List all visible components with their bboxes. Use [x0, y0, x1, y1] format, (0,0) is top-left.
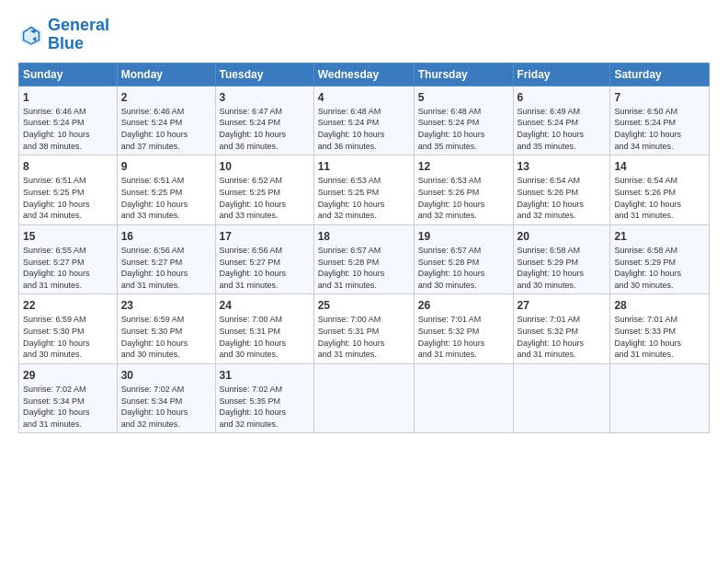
day-number: 31: [220, 368, 310, 383]
day-info: Sunrise: 7:02 AM Sunset: 5:34 PM Dayligh…: [23, 384, 113, 430]
day-number: 2: [121, 90, 211, 105]
day-number: 6: [518, 90, 607, 105]
day-number: 27: [518, 298, 607, 313]
calendar-cell: 6Sunrise: 6:49 AM Sunset: 5:24 PM Daylig…: [513, 86, 610, 155]
calendar-week-4: 22Sunrise: 6:59 AM Sunset: 5:30 PM Dayli…: [19, 294, 710, 364]
day-number: 7: [614, 90, 705, 105]
calendar-week-5: 29Sunrise: 7:02 AM Sunset: 5:34 PM Dayli…: [19, 363, 710, 433]
day-info: Sunrise: 7:00 AM Sunset: 5:31 PM Dayligh…: [220, 314, 310, 360]
day-number: 5: [418, 90, 509, 105]
calendar-cell: 24Sunrise: 7:00 AM Sunset: 5:31 PM Dayli…: [215, 294, 313, 364]
day-number: 23: [121, 298, 211, 313]
calendar-cell: 8Sunrise: 6:51 AM Sunset: 5:25 PM Daylig…: [19, 155, 118, 225]
calendar-header-tuesday: Tuesday: [215, 63, 313, 86]
day-info: Sunrise: 6:51 AM Sunset: 5:25 PM Dayligh…: [23, 175, 113, 221]
calendar-cell: 4Sunrise: 6:48 AM Sunset: 5:24 PM Daylig…: [313, 86, 414, 155]
day-number: 18: [318, 229, 410, 244]
calendar-cell: 26Sunrise: 7:01 AM Sunset: 5:32 PM Dayli…: [414, 294, 513, 364]
day-info: Sunrise: 6:55 AM Sunset: 5:27 PM Dayligh…: [23, 245, 113, 291]
calendar-cell: 19Sunrise: 6:57 AM Sunset: 5:28 PM Dayli…: [414, 224, 513, 294]
calendar-cell: 11Sunrise: 6:53 AM Sunset: 5:25 PM Dayli…: [313, 155, 414, 225]
calendar-cell: 7Sunrise: 6:50 AM Sunset: 5:24 PM Daylig…: [610, 86, 710, 155]
header: General Blue: [18, 17, 710, 53]
calendar-week-3: 15Sunrise: 6:55 AM Sunset: 5:27 PM Dayli…: [19, 224, 710, 294]
calendar-cell: [513, 363, 610, 433]
calendar-cell: 30Sunrise: 7:02 AM Sunset: 5:34 PM Dayli…: [117, 363, 215, 433]
day-number: 12: [418, 159, 509, 174]
day-info: Sunrise: 7:02 AM Sunset: 5:35 PM Dayligh…: [220, 384, 310, 430]
calendar-week-1: 1Sunrise: 6:46 AM Sunset: 5:24 PM Daylig…: [19, 86, 710, 155]
calendar-header-row: SundayMondayTuesdayWednesdayThursdayFrid…: [19, 63, 710, 86]
calendar-cell: [313, 363, 414, 433]
day-info: Sunrise: 6:53 AM Sunset: 5:25 PM Dayligh…: [318, 175, 410, 221]
logo: General Blue: [18, 17, 109, 53]
day-number: 17: [220, 229, 310, 244]
logo-icon: [18, 22, 44, 48]
day-info: Sunrise: 7:01 AM Sunset: 5:32 PM Dayligh…: [418, 314, 509, 360]
day-info: Sunrise: 6:49 AM Sunset: 5:24 PM Dayligh…: [518, 106, 607, 152]
day-info: Sunrise: 6:56 AM Sunset: 5:27 PM Dayligh…: [121, 245, 211, 291]
day-info: Sunrise: 7:01 AM Sunset: 5:32 PM Dayligh…: [518, 314, 607, 360]
day-info: Sunrise: 6:47 AM Sunset: 5:24 PM Dayligh…: [220, 106, 310, 152]
day-number: 28: [614, 298, 705, 313]
day-info: Sunrise: 6:54 AM Sunset: 5:26 PM Dayligh…: [518, 175, 607, 221]
calendar-header-saturday: Saturday: [610, 63, 710, 86]
calendar-cell: 20Sunrise: 6:58 AM Sunset: 5:29 PM Dayli…: [513, 224, 610, 294]
day-info: Sunrise: 6:59 AM Sunset: 5:30 PM Dayligh…: [121, 314, 211, 360]
day-number: 19: [418, 229, 509, 244]
calendar-week-2: 8Sunrise: 6:51 AM Sunset: 5:25 PM Daylig…: [19, 155, 710, 225]
calendar-cell: 21Sunrise: 6:58 AM Sunset: 5:29 PM Dayli…: [610, 224, 710, 294]
day-number: 20: [518, 229, 607, 244]
day-number: 21: [614, 229, 705, 244]
calendar-cell: 2Sunrise: 6:46 AM Sunset: 5:24 PM Daylig…: [117, 86, 215, 155]
calendar-cell: 29Sunrise: 7:02 AM Sunset: 5:34 PM Dayli…: [19, 363, 118, 433]
day-number: 16: [121, 229, 211, 244]
day-info: Sunrise: 6:46 AM Sunset: 5:24 PM Dayligh…: [121, 106, 211, 152]
calendar-cell: 15Sunrise: 6:55 AM Sunset: 5:27 PM Dayli…: [19, 224, 118, 294]
calendar-cell: 1Sunrise: 6:46 AM Sunset: 5:24 PM Daylig…: [19, 86, 118, 155]
day-info: Sunrise: 6:57 AM Sunset: 5:28 PM Dayligh…: [418, 245, 509, 291]
calendar-cell: 14Sunrise: 6:54 AM Sunset: 5:26 PM Dayli…: [610, 155, 710, 225]
calendar-cell: 18Sunrise: 6:57 AM Sunset: 5:28 PM Dayli…: [313, 224, 414, 294]
day-info: Sunrise: 6:59 AM Sunset: 5:30 PM Dayligh…: [23, 314, 113, 360]
day-info: Sunrise: 7:02 AM Sunset: 5:34 PM Dayligh…: [121, 384, 211, 430]
calendar-cell: 13Sunrise: 6:54 AM Sunset: 5:26 PM Dayli…: [513, 155, 610, 225]
day-info: Sunrise: 6:48 AM Sunset: 5:24 PM Dayligh…: [418, 106, 509, 152]
day-info: Sunrise: 6:46 AM Sunset: 5:24 PM Dayligh…: [23, 106, 113, 152]
calendar-cell: 23Sunrise: 6:59 AM Sunset: 5:30 PM Dayli…: [117, 294, 215, 364]
calendar-header-friday: Friday: [513, 63, 610, 86]
calendar-cell: 3Sunrise: 6:47 AM Sunset: 5:24 PM Daylig…: [215, 86, 313, 155]
day-info: Sunrise: 7:01 AM Sunset: 5:33 PM Dayligh…: [614, 314, 705, 360]
day-info: Sunrise: 6:58 AM Sunset: 5:29 PM Dayligh…: [614, 245, 705, 291]
calendar-header-wednesday: Wednesday: [313, 63, 414, 86]
calendar-cell: 12Sunrise: 6:53 AM Sunset: 5:26 PM Dayli…: [414, 155, 513, 225]
day-info: Sunrise: 6:58 AM Sunset: 5:29 PM Dayligh…: [518, 245, 607, 291]
calendar-header-sunday: Sunday: [19, 63, 118, 86]
day-number: 8: [23, 159, 113, 174]
day-number: 22: [23, 298, 113, 313]
day-number: 25: [318, 298, 410, 313]
day-number: 9: [121, 159, 211, 174]
calendar-cell: 31Sunrise: 7:02 AM Sunset: 5:35 PM Dayli…: [215, 363, 313, 433]
calendar-cell: [414, 363, 513, 433]
calendar-cell: 27Sunrise: 7:01 AM Sunset: 5:32 PM Dayli…: [513, 294, 610, 364]
day-info: Sunrise: 6:48 AM Sunset: 5:24 PM Dayligh…: [318, 106, 410, 152]
calendar-cell: 28Sunrise: 7:01 AM Sunset: 5:33 PM Dayli…: [610, 294, 710, 364]
logo-text: General Blue: [48, 17, 109, 53]
day-number: 30: [121, 368, 211, 383]
calendar-cell: 16Sunrise: 6:56 AM Sunset: 5:27 PM Dayli…: [117, 224, 215, 294]
calendar-cell: 9Sunrise: 6:51 AM Sunset: 5:25 PM Daylig…: [117, 155, 215, 225]
day-number: 13: [518, 159, 607, 174]
calendar-cell: 22Sunrise: 6:59 AM Sunset: 5:30 PM Dayli…: [19, 294, 118, 364]
day-number: 4: [318, 90, 410, 105]
page: General Blue SundayMondayTuesdayWednesda…: [0, 0, 728, 442]
day-info: Sunrise: 6:54 AM Sunset: 5:26 PM Dayligh…: [614, 175, 705, 221]
day-number: 26: [418, 298, 509, 313]
day-info: Sunrise: 7:00 AM Sunset: 5:31 PM Dayligh…: [318, 314, 410, 360]
day-info: Sunrise: 6:53 AM Sunset: 5:26 PM Dayligh…: [418, 175, 509, 221]
day-number: 29: [23, 368, 113, 383]
calendar-cell: [610, 363, 710, 433]
calendar-header-monday: Monday: [117, 63, 215, 86]
day-number: 14: [614, 159, 705, 174]
calendar: SundayMondayTuesdayWednesdayThursdayFrid…: [18, 63, 710, 434]
